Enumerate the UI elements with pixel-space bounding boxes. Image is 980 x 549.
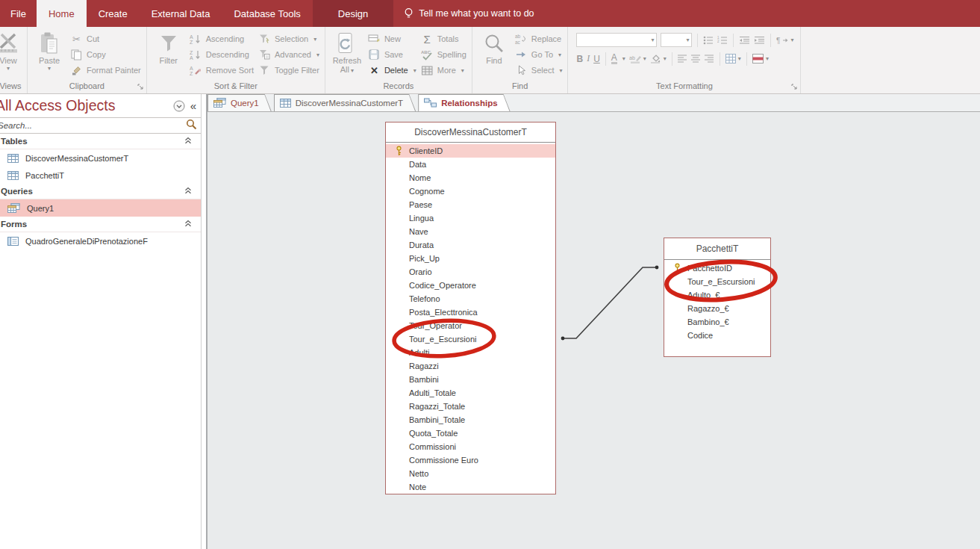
- field-row-tour-operator[interactable]: Tour_Operator: [386, 319, 555, 332]
- gridlines-icon[interactable]: ▾: [725, 54, 741, 63]
- field-row-adulti-totale[interactable]: Adulti_Totale: [386, 386, 555, 400]
- field-row-pick-up[interactable]: Pick_Up: [386, 252, 555, 265]
- view-button[interactable]: View▾: [0, 29, 23, 81]
- nav-item-pacchettit[interactable]: PacchettiT: [0, 167, 201, 184]
- pane-splitter[interactable]: [202, 94, 207, 549]
- highlight-pen-icon[interactable]: ab▾: [629, 54, 646, 63]
- bullets-icon[interactable]: [703, 36, 714, 45]
- table-title[interactable]: DiscoverMessinaCustomerT: [386, 122, 555, 143]
- ribbon-tab-tell-me-what-you-want-to-do[interactable]: Tell me what you want to do: [393, 0, 544, 27]
- align-center-icon[interactable]: [691, 55, 701, 63]
- font-size-combo[interactable]: ▾: [661, 33, 692, 47]
- spelling-button[interactable]: ABCSpelling: [421, 47, 466, 62]
- alt-row-color-icon[interactable]: ▾: [752, 54, 769, 63]
- ribbon-tab-design[interactable]: Design: [313, 0, 393, 27]
- field-row-ragazzi[interactable]: Ragazzi: [386, 359, 555, 373]
- field-row-netto[interactable]: Netto: [386, 467, 555, 480]
- descending-button[interactable]: ZADescending: [190, 47, 254, 62]
- toggle-filter-button[interactable]: Toggle Filter: [258, 63, 319, 78]
- shutter-bar-close-icon[interactable]: «: [190, 100, 196, 111]
- nav-item-query1[interactable]: Query1: [0, 199, 201, 217]
- italic-button[interactable]: I: [587, 53, 590, 64]
- ribbon-tab-external-data[interactable]: External Data: [140, 0, 222, 27]
- field-row-ragazzi-totale[interactable]: Ragazzi_Totale: [386, 400, 555, 413]
- format-painter-button[interactable]: Format Painter: [70, 63, 141, 78]
- new-button[interactable]: New: [368, 31, 416, 46]
- field-row-bambini-totale[interactable]: Bambini_Totale: [386, 413, 555, 427]
- paste-button[interactable]: Paste▾: [31, 29, 67, 81]
- ribbon-tab-database-tools[interactable]: Database Tools: [222, 0, 312, 27]
- selection-button[interactable]: Selection▾: [258, 31, 319, 46]
- field-row-codice[interactable]: Codice: [664, 329, 770, 342]
- field-row-durata[interactable]: Durata: [386, 238, 555, 252]
- relationship-line[interactable]: [562, 267, 658, 338]
- font-color-button[interactable]: A: [611, 54, 617, 64]
- remove-sort-button[interactable]: AZRemove Sort: [190, 63, 254, 78]
- doc-tab-query1[interactable]: Query1: [207, 94, 272, 111]
- indent-increase-icon[interactable]: [754, 36, 765, 45]
- advanced-button[interactable]: Advanced▾: [258, 47, 319, 62]
- ascending-button[interactable]: AZAscending: [190, 31, 254, 46]
- align-left-icon[interactable]: [678, 55, 687, 63]
- doc-tab-relationships[interactable]: Relationships: [418, 94, 510, 111]
- doc-tab-discovermessinacustomert[interactable]: DiscoverMessinaCustomerT: [274, 94, 416, 111]
- ribbon-tab-home[interactable]: Home: [37, 0, 87, 27]
- underline-button[interactable]: U: [593, 54, 600, 64]
- field-row-adulti[interactable]: Adulti: [386, 346, 555, 359]
- field-row-pacchettoid[interactable]: PacchettoID: [664, 261, 770, 275]
- field-row-nave[interactable]: Nave: [386, 225, 555, 238]
- field-row-clienteid[interactable]: ClienteID: [386, 144, 555, 158]
- select-button[interactable]: Select▾: [515, 63, 563, 78]
- field-row-tour-e-escursioni[interactable]: Tour_e_Escursioni: [664, 275, 770, 288]
- field-row-bambino[interactable]: Bambino_€: [664, 315, 770, 329]
- find-button[interactable]: Find: [476, 29, 512, 81]
- ribbon-tab-create[interactable]: Create: [87, 0, 140, 27]
- field-row-lingua[interactable]: Lingua: [386, 211, 555, 225]
- nav-item-quadrogeneralediprenotazionef[interactable]: QuadroGeneraleDiPrenotazioneF: [0, 232, 201, 249]
- field-row-tour-e-escursioni[interactable]: Tour_e_Escursioni: [386, 332, 555, 346]
- field-row-commissioni[interactable]: Commissioni: [386, 440, 555, 453]
- field-row-data[interactable]: Data: [386, 158, 555, 171]
- field-row-commissione-euro[interactable]: Commissione Euro: [386, 453, 555, 467]
- field-row-telefono[interactable]: Telefono: [386, 292, 555, 305]
- paragraph-direction-icon[interactable]: ¶▾: [776, 36, 793, 45]
- bold-button[interactable]: B: [576, 54, 583, 64]
- field-row-posta-electtronica[interactable]: Posta_Electtronica: [386, 305, 555, 319]
- ribbon-tab-file[interactable]: File: [0, 0, 37, 27]
- field-row-codice-operatore[interactable]: Codice_Operatore: [386, 279, 555, 292]
- replace-button[interactable]: abacReplace: [515, 31, 563, 46]
- field-list-discovermessinacustomert[interactable]: DiscoverMessinaCustomerTClienteIDDataNom…: [385, 122, 556, 494]
- save-button[interactable]: Save: [368, 47, 416, 62]
- totals-button[interactable]: ΣTotals: [421, 31, 466, 46]
- nav-section-header-forms[interactable]: Forms: [0, 217, 201, 232]
- table-title[interactable]: PacchettiT: [664, 238, 770, 260]
- refresh-all-button[interactable]: RefreshAll▾: [329, 29, 365, 81]
- delete-button[interactable]: ✕Delete▾: [368, 63, 416, 78]
- section-chevrons-icon[interactable]: [184, 187, 192, 196]
- field-row-quota-totale[interactable]: Quota_Totale: [386, 427, 555, 440]
- nav-pane-menu-icon[interactable]: [173, 100, 185, 112]
- align-right-icon[interactable]: [705, 55, 714, 63]
- field-row-note[interactable]: Note: [386, 480, 555, 494]
- fill-bucket-icon[interactable]: ▾: [650, 54, 667, 63]
- nav-item-discovermessinacustomert[interactable]: DiscoverMessinaCustomerT: [0, 149, 201, 167]
- nav-section-header-queries[interactable]: Queries: [0, 184, 201, 199]
- dialog-launcher-icon[interactable]: [137, 82, 144, 93]
- cut-button[interactable]: ✂Cut: [70, 31, 141, 46]
- nav-section-header-tables[interactable]: Tables: [0, 134, 201, 149]
- field-row-adulto[interactable]: Adulto_€: [664, 288, 770, 302]
- field-row-orario[interactable]: Orario: [386, 265, 555, 279]
- font-name-combo[interactable]: ▾: [576, 33, 657, 47]
- field-row-ragazzo[interactable]: Ragazzo_€: [664, 302, 770, 315]
- copy-button[interactable]: Copy: [70, 47, 141, 62]
- dialog-launcher-icon[interactable]: [791, 82, 798, 93]
- indent-decrease-icon[interactable]: [739, 36, 750, 45]
- section-chevrons-icon[interactable]: [184, 220, 192, 229]
- field-row-cognome[interactable]: Cognome: [386, 184, 555, 198]
- go-to-button[interactable]: Go To▾: [515, 47, 563, 62]
- filter-button[interactable]: Filter: [151, 29, 187, 81]
- more-button[interactable]: More▾: [421, 63, 466, 78]
- search-input[interactable]: Search...: [0, 121, 186, 130]
- numbering-icon[interactable]: 12: [717, 36, 728, 45]
- field-list-pacchettit[interactable]: PacchettiTPacchettoIDTour_e_EscursioniAd…: [664, 238, 771, 357]
